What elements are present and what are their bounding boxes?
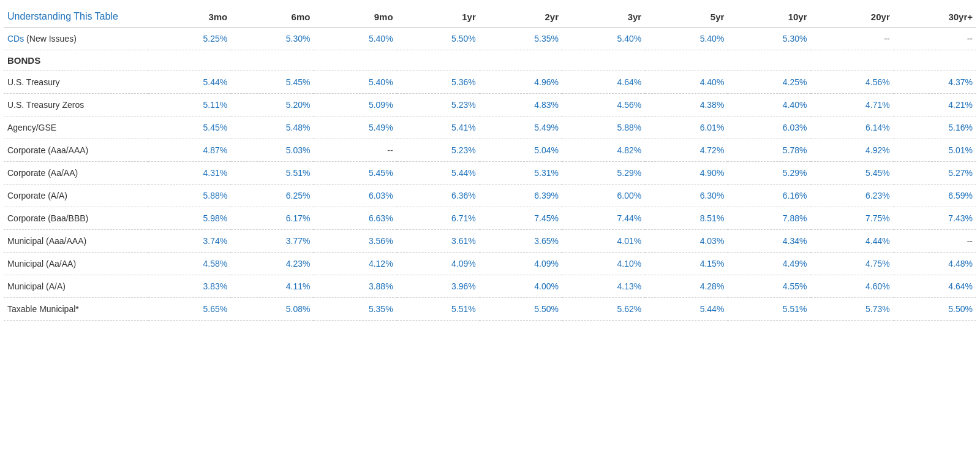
rate-value: 4.82%	[562, 139, 645, 162]
rate-value: 5.65%	[148, 298, 231, 321]
rate-value: 4.23%	[231, 253, 314, 275]
rate-value: 3.56%	[314, 230, 396, 253]
header-row: Understanding This Table 3mo 6mo 9mo 1yr…	[4, 6, 976, 28]
rate-value: 3.77%	[231, 230, 314, 253]
rate-value: 5.44%	[148, 71, 231, 94]
rate-value: 4.90%	[645, 162, 728, 185]
table-row: U.S. Treasury Zeros5.11%5.20%5.09%5.23%4…	[4, 94, 976, 116]
header-30yr: 30yr+	[894, 6, 976, 28]
rate-value: 5.51%	[397, 298, 480, 321]
rate-value: 5.51%	[231, 162, 314, 185]
header-20yr: 20yr	[811, 6, 894, 28]
rate-value: 7.43%	[894, 207, 976, 230]
rate-value: 4.21%	[894, 94, 976, 116]
rate-value: 5.62%	[562, 298, 645, 321]
rate-value: 6.23%	[811, 185, 894, 207]
rate-value: 6.17%	[231, 207, 314, 230]
rate-value: 7.88%	[728, 207, 810, 230]
row-label: Corporate (Baa/BBB)	[4, 207, 148, 230]
rate-value: 4.28%	[645, 275, 728, 298]
rate-value: 5.27%	[894, 162, 976, 185]
rate-value: 5.36%	[397, 71, 480, 94]
rate-value: 5.49%	[314, 116, 396, 139]
rate-value: 5.73%	[811, 298, 894, 321]
rate-value: 5.45%	[811, 162, 894, 185]
rate-value: 6.63%	[314, 207, 396, 230]
rate-value: 4.15%	[645, 253, 728, 275]
header-10yr: 10yr	[728, 6, 810, 28]
rate-value: 4.00%	[480, 275, 562, 298]
row-label: Corporate (Aa/AA)	[4, 162, 148, 185]
rate-value: 4.49%	[728, 253, 810, 275]
rate-value: 5.09%	[314, 94, 396, 116]
rate-value: 4.83%	[480, 94, 562, 116]
rate-value: 4.09%	[480, 253, 562, 275]
rate-value: 5.50%	[894, 298, 976, 321]
row-label: Municipal (Aa/AA)	[4, 253, 148, 275]
rate-value: 5.45%	[148, 116, 231, 139]
rate-value: 4.56%	[811, 71, 894, 94]
rate-value: 4.60%	[811, 275, 894, 298]
table-row: U.S. Treasury5.44%5.45%5.40%5.36%4.96%4.…	[4, 71, 976, 94]
rate-value: 5.98%	[148, 207, 231, 230]
rate-value: 5.40%	[314, 28, 396, 50]
cds-label-rest: (New Issues)	[24, 34, 77, 44]
bonds-label: BONDS	[4, 50, 976, 71]
rate-value: 5.23%	[397, 94, 480, 116]
rate-value: 5.49%	[480, 116, 562, 139]
rate-value: 7.44%	[562, 207, 645, 230]
rate-value: 4.56%	[562, 94, 645, 116]
rate-value: 4.44%	[811, 230, 894, 253]
rate-value: 6.39%	[480, 185, 562, 207]
rate-value: 3.83%	[148, 275, 231, 298]
rate-value: 4.03%	[645, 230, 728, 253]
rate-value: 3.65%	[480, 230, 562, 253]
rate-value: 6.71%	[397, 207, 480, 230]
rate-value: 5.40%	[562, 28, 645, 50]
rate-value: 4.71%	[811, 94, 894, 116]
rate-value: --	[894, 28, 976, 50]
rate-value: 5.50%	[480, 298, 562, 321]
rate-value: 5.29%	[562, 162, 645, 185]
rate-value: 5.08%	[231, 298, 314, 321]
rate-value: 5.44%	[645, 298, 728, 321]
row-label: CDs (New Issues)	[4, 28, 148, 50]
rate-value: 4.55%	[728, 275, 810, 298]
row-label: Taxable Municipal*	[4, 298, 148, 321]
rate-value: 5.03%	[231, 139, 314, 162]
rate-value: 5.48%	[231, 116, 314, 139]
cds-link[interactable]: CDs	[7, 34, 24, 44]
table-row: Corporate (Baa/BBB)5.98%6.17%6.63%6.71%7…	[4, 207, 976, 230]
rate-value: 6.16%	[728, 185, 810, 207]
rate-value: 5.88%	[562, 116, 645, 139]
rate-value: --	[811, 28, 894, 50]
rate-value: 5.30%	[231, 28, 314, 50]
understanding-link[interactable]: Understanding This Table	[7, 11, 118, 21]
rate-value: 6.03%	[728, 116, 810, 139]
main-container: Understanding This Table 3mo 6mo 9mo 1yr…	[0, 0, 980, 327]
header-9mo: 9mo	[314, 6, 396, 28]
rate-value: --	[314, 139, 396, 162]
rate-value: 5.20%	[231, 94, 314, 116]
row-label: U.S. Treasury	[4, 71, 148, 94]
row-label: Agency/GSE	[4, 116, 148, 139]
header-3yr: 3yr	[562, 6, 645, 28]
header-6mo: 6mo	[231, 6, 314, 28]
rate-value: 5.35%	[314, 298, 396, 321]
rate-value: 4.92%	[811, 139, 894, 162]
rate-value: 4.64%	[894, 275, 976, 298]
table-row: Municipal (Aaa/AAA)3.74%3.77%3.56%3.61%3…	[4, 230, 976, 253]
rate-value: 5.25%	[148, 28, 231, 50]
rate-value: 5.23%	[397, 139, 480, 162]
rate-value: 4.11%	[231, 275, 314, 298]
header-2yr: 2yr	[480, 6, 562, 28]
rate-value: 5.51%	[728, 298, 810, 321]
rate-value: 5.78%	[728, 139, 810, 162]
rate-value: 3.96%	[397, 275, 480, 298]
rate-value: 4.38%	[645, 94, 728, 116]
rate-value: 3.88%	[314, 275, 396, 298]
header-understanding[interactable]: Understanding This Table	[4, 6, 148, 28]
rate-value: 5.45%	[314, 162, 396, 185]
rate-value: 4.31%	[148, 162, 231, 185]
header-1yr: 1yr	[397, 6, 480, 28]
